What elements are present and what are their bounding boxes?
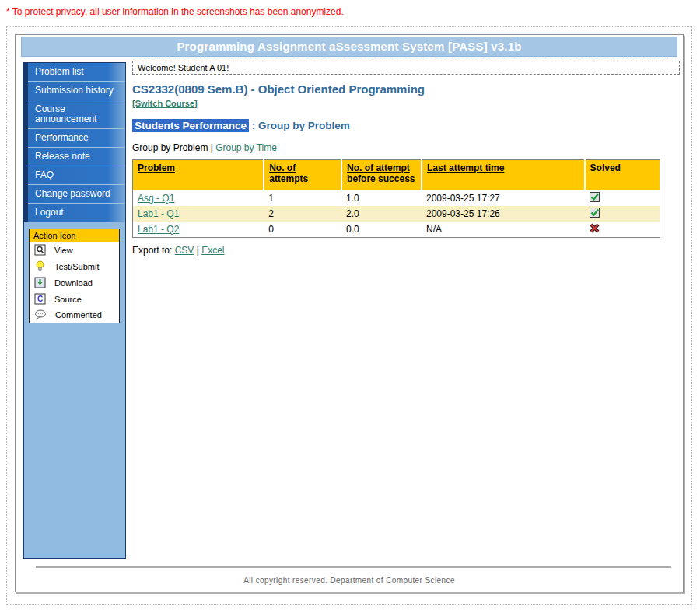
problem-link[interactable]: Lab1 - Q2 bbox=[138, 224, 179, 235]
column-header-problem[interactable]: Problem bbox=[133, 160, 264, 191]
tab-group-by-time[interactable]: Group by Time bbox=[215, 142, 277, 153]
sidebar-item-problem-list[interactable]: Problem list bbox=[28, 63, 125, 81]
attempts-cell: 0 bbox=[264, 222, 341, 238]
action-legend-title: Action Icon bbox=[30, 229, 119, 242]
table-row: Lab1 - Q1 2 2.0 2009-03-25 17:26 bbox=[133, 206, 660, 222]
solved-check-icon bbox=[590, 209, 600, 220]
footer-copyright: All copyright reserved. Department of Co… bbox=[16, 576, 683, 585]
legend-label-commented: Commented bbox=[55, 310, 102, 320]
legend-row-source: C Source bbox=[30, 291, 119, 307]
export-excel-link[interactable]: Excel bbox=[201, 245, 224, 256]
sidebar-menu: Problem list Submission history Course a… bbox=[24, 62, 125, 222]
app-window: Programming Assignment aSsessment System… bbox=[15, 34, 684, 592]
sidebar-item-change-password[interactable]: Change password bbox=[28, 184, 125, 203]
legend-label-download: Download bbox=[54, 278, 93, 288]
export-separator: | bbox=[194, 245, 201, 256]
action-icon-legend: Action Icon View Test/Submit Download C … bbox=[29, 229, 120, 323]
sidebar-item-logout[interactable]: Logout bbox=[28, 203, 125, 222]
table-row: Asg - Q1 1 1.0 2009-03-25 17:27 bbox=[133, 190, 660, 206]
legend-row-test-submit: Test/Submit bbox=[30, 258, 119, 274]
export-label: Export to: bbox=[132, 245, 175, 256]
view-icon bbox=[34, 244, 46, 256]
legend-row-view: View bbox=[30, 242, 119, 258]
before-success-cell: 0.0 bbox=[341, 222, 422, 238]
solved-cross-icon bbox=[590, 225, 600, 236]
download-icon bbox=[34, 277, 46, 288]
last-attempt-cell: 2009-03-25 17:26 bbox=[422, 206, 585, 222]
solved-icon-cell bbox=[585, 222, 660, 238]
switch-course-link[interactable]: [Switch Course] bbox=[132, 99, 198, 108]
solved-icon-cell bbox=[585, 190, 660, 206]
last-attempt-cell: 2009-03-25 17:27 bbox=[422, 190, 585, 206]
export-row: Export to: CSV | Excel bbox=[132, 245, 680, 256]
legend-label-view: View bbox=[54, 246, 73, 255]
solved-check-icon bbox=[590, 194, 600, 204]
sidebar-item-performance[interactable]: Performance bbox=[28, 128, 125, 147]
before-success-cell: 1.0 bbox=[341, 190, 422, 206]
svg-text:C: C bbox=[37, 295, 43, 303]
column-header-before-success[interactable]: No. of attempt before success bbox=[341, 160, 422, 191]
problem-link[interactable]: Asg - Q1 bbox=[138, 193, 174, 204]
column-header-last-attempt[interactable]: Last attempt time bbox=[422, 160, 585, 191]
legend-label-test-submit: Test/Submit bbox=[54, 262, 99, 271]
table-header-row: Problem No. of attempts No. of attempt b… bbox=[133, 160, 660, 191]
page-heading-rest: : Group by Problem bbox=[249, 120, 350, 131]
before-success-cell: 2.0 bbox=[341, 206, 422, 222]
performance-table: Problem No. of attempts No. of attempt b… bbox=[132, 159, 660, 238]
commented-icon bbox=[34, 309, 47, 320]
column-header-solved: Solved bbox=[585, 160, 660, 191]
main-content: Welcome! Student A 01! CS2332(0809 Sem.B… bbox=[132, 61, 680, 256]
sidebar-item-submission-history[interactable]: Submission history bbox=[28, 81, 125, 100]
sidebar: Problem list Submission history Course a… bbox=[23, 62, 126, 559]
solved-icon-cell bbox=[585, 206, 660, 222]
legend-row-commented: Commented bbox=[30, 307, 119, 323]
source-icon: C bbox=[34, 293, 46, 305]
attempts-cell: 1 bbox=[264, 190, 341, 206]
export-csv-link[interactable]: CSV bbox=[175, 245, 194, 256]
page-frame: Programming Assignment aSsessment System… bbox=[6, 26, 692, 605]
sidebar-item-release-note[interactable]: Release note bbox=[28, 147, 125, 166]
footer-divider bbox=[36, 566, 671, 568]
sidebar-item-course-announcement[interactable]: Course announcement bbox=[28, 100, 125, 128]
test-submit-icon bbox=[34, 260, 46, 272]
course-title: CS2332(0809 Sem.B) - Object Oriented Pro… bbox=[132, 82, 680, 96]
sidebar-item-faq[interactable]: FAQ bbox=[28, 166, 125, 184]
column-header-attempts[interactable]: No. of attempts bbox=[264, 160, 341, 191]
tab-group-by-problem: Group by Problem bbox=[132, 142, 208, 153]
page-heading-highlight: Students Performance bbox=[132, 119, 249, 132]
welcome-banner: Welcome! Student A 01! bbox=[132, 61, 680, 75]
app-title-bar: Programming Assignment aSsessment System… bbox=[21, 37, 677, 57]
page-heading: Students Performance : Group by Problem bbox=[132, 120, 680, 131]
legend-label-source: Source bbox=[54, 295, 82, 304]
group-by-tabs: Group by Problem | Group by Time bbox=[132, 142, 680, 153]
last-attempt-cell: N/A bbox=[422, 222, 585, 238]
attempts-cell: 2 bbox=[264, 206, 341, 222]
privacy-notice: * To protect privacy, all user informati… bbox=[6, 6, 344, 17]
problem-link[interactable]: Lab1 - Q1 bbox=[138, 208, 179, 219]
legend-row-download: Download bbox=[30, 274, 119, 291]
tab-separator: | bbox=[208, 142, 215, 153]
table-row: Lab1 - Q2 0 0.0 N/A bbox=[133, 222, 660, 238]
